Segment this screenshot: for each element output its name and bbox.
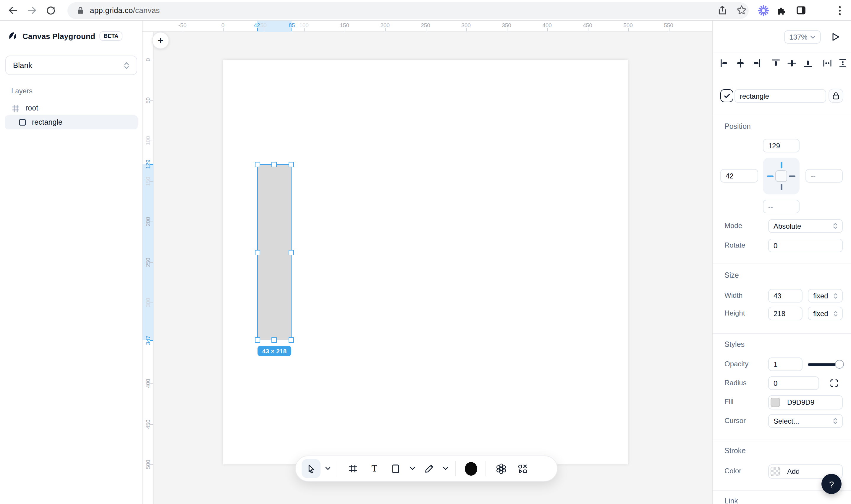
- anchor-right-bar[interactable]: [789, 175, 795, 177]
- distribute-vertical-button[interactable]: [837, 57, 848, 69]
- h-ruler-label: 450: [583, 22, 592, 29]
- h-ruler-label: 550: [664, 22, 673, 29]
- resize-handle-se[interactable]: [289, 338, 294, 343]
- fill-swatch[interactable]: [770, 398, 780, 407]
- frame-tool-button[interactable]: [344, 459, 363, 478]
- shape-tool-menu-button[interactable]: [407, 459, 417, 478]
- resize-handle-w[interactable]: [255, 250, 260, 255]
- plugins-button[interactable]: [513, 459, 532, 478]
- panel-divider: [713, 333, 851, 334]
- extensions-menu-button[interactable]: [774, 2, 789, 18]
- position-right-input[interactable]: --: [805, 169, 843, 183]
- select-chevrons-icon: [833, 222, 838, 230]
- anchor-bottom-bar[interactable]: [780, 184, 782, 190]
- preview-play-button[interactable]: [829, 30, 843, 44]
- url-path: /canvas: [133, 6, 160, 15]
- browser-back-button[interactable]: [5, 3, 19, 17]
- add-node-button[interactable]: +: [152, 32, 169, 49]
- position-left-input[interactable]: 42: [720, 169, 758, 183]
- anchor-top-bar[interactable]: [780, 162, 782, 168]
- layer-row-rectangle[interactable]: rectangle: [5, 115, 138, 129]
- height-input[interactable]: 218: [768, 307, 802, 320]
- align-center-vertical-button[interactable]: [786, 57, 797, 69]
- width-label: Width: [725, 291, 743, 300]
- browser-menu-button[interactable]: [832, 2, 848, 18]
- height-mode-select[interactable]: fixed: [808, 307, 843, 320]
- align-center-horizontal-button[interactable]: [735, 57, 746, 69]
- v-ruler-label: 0: [144, 58, 151, 61]
- height-label: Height: [725, 309, 745, 317]
- forward-arrow-icon: [27, 5, 37, 15]
- h-ruler-tick: [263, 29, 264, 31]
- radius-corners-button[interactable]: [830, 379, 838, 388]
- layer-visible-checkbox[interactable]: [720, 89, 733, 102]
- resize-handle-ne[interactable]: [289, 162, 294, 167]
- anchor-left-bar[interactable]: [767, 175, 774, 177]
- position-mode-select[interactable]: Absolute: [768, 219, 843, 233]
- cursor-tool-button[interactable]: [301, 459, 320, 478]
- rotate-label: Rotate: [725, 241, 745, 249]
- cursor-tool-menu-button[interactable]: [323, 459, 332, 478]
- reload-icon: [46, 5, 56, 15]
- selected-rectangle[interactable]: [257, 164, 292, 340]
- extension-grida-button[interactable]: [755, 2, 771, 18]
- layer-name-input[interactable]: rectangle: [734, 89, 826, 103]
- opacity-input[interactable]: 1: [768, 358, 802, 371]
- ssl-lock-icon[interactable]: [77, 6, 84, 14]
- panel-divider: [713, 439, 851, 440]
- rectangle-tool-icon: [391, 464, 400, 473]
- template-select[interactable]: Blank: [5, 56, 137, 75]
- layers-header: Layers: [11, 87, 33, 95]
- rectangle-tool-button[interactable]: [386, 459, 405, 478]
- v-ruler-label: 250: [144, 257, 151, 267]
- layer-row-root[interactable]: root: [5, 101, 138, 115]
- text-tool-button[interactable]: T: [365, 459, 384, 478]
- selection-size-badge: 43 × 218: [258, 346, 291, 357]
- opacity-slider-knob[interactable]: [835, 360, 844, 369]
- v-ruler-label: 500: [144, 460, 151, 469]
- opacity-slider[interactable]: [808, 358, 842, 371]
- link-section-header: Link: [725, 497, 738, 504]
- rotate-input[interactable]: 0: [768, 239, 843, 252]
- canvas-viewport[interactable]: -500425085100150200250300350400450500550…: [142, 21, 712, 504]
- bookmark-button[interactable]: [733, 2, 749, 18]
- distribute-horizontal-button[interactable]: [822, 57, 833, 69]
- resize-handle-sw[interactable]: [255, 338, 260, 343]
- stroke-color-swatch[interactable]: [770, 467, 780, 476]
- align-top-button[interactable]: [770, 57, 781, 69]
- position-top-input[interactable]: 129: [763, 139, 800, 152]
- h-ruler-label: 500: [623, 22, 633, 29]
- align-right-button[interactable]: [751, 57, 762, 69]
- resize-handle-n[interactable]: [272, 162, 277, 167]
- radius-input[interactable]: 0: [768, 376, 819, 390]
- mode-label: Mode: [725, 221, 742, 230]
- zoom-level-select[interactable]: 137%: [784, 30, 821, 44]
- brush-color-button[interactable]: [461, 459, 480, 478]
- fill-color-button[interactable]: D9D9D9: [768, 395, 843, 410]
- anchor-center[interactable]: [775, 170, 787, 182]
- side-panel-button[interactable]: [793, 2, 809, 18]
- v-ruler-label: 150: [144, 176, 151, 186]
- resize-handle-nw[interactable]: [255, 162, 260, 167]
- pencil-tool-menu-button[interactable]: [440, 459, 450, 478]
- browser-reload-button[interactable]: [44, 3, 58, 17]
- align-bottom-button[interactable]: [802, 57, 813, 69]
- help-button[interactable]: ?: [821, 474, 841, 494]
- width-mode-select[interactable]: fixed: [808, 289, 843, 303]
- align-left-button[interactable]: [719, 57, 730, 69]
- width-input[interactable]: 43: [768, 289, 802, 303]
- lock-layer-button[interactable]: [829, 89, 843, 103]
- share-button[interactable]: [714, 2, 730, 18]
- browser-profile-avatar[interactable]: R: [811, 3, 826, 18]
- cursor-select[interactable]: Select...: [768, 414, 843, 428]
- url-bar[interactable]: app.grida.co/canvas: [67, 2, 749, 19]
- fill-label: Fill: [725, 398, 734, 406]
- pencil-tool-button[interactable]: [419, 459, 438, 478]
- resize-handle-s[interactable]: [272, 338, 277, 343]
- beta-badge: BETA: [99, 32, 122, 41]
- position-bottom-input[interactable]: --: [763, 200, 800, 213]
- position-anchor-widget[interactable]: [763, 158, 800, 194]
- resize-handle-e[interactable]: [289, 250, 294, 255]
- ai-assistant-button[interactable]: [491, 459, 510, 478]
- browser-forward-button[interactable]: [25, 3, 39, 17]
